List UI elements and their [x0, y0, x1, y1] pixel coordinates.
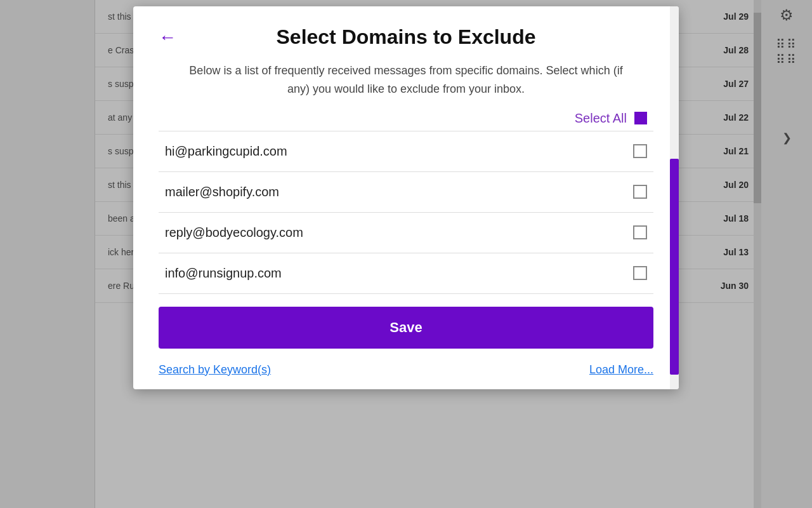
modal-subtitle: Below is a list of frequently received m… [133, 55, 679, 111]
domain-email-1: hi@parkingcupid.com [165, 144, 287, 159]
modal-footer: Search by Keyword(s) Load More... [133, 358, 679, 389]
domain-row-1: hi@parkingcupid.com [159, 131, 653, 172]
domain-row-3: reply@bodyecology.com [159, 213, 653, 253]
save-button-wrap: Save [133, 294, 679, 358]
back-button[interactable]: ← [159, 27, 176, 48]
modal-header: ← Select Domains to Exclude [133, 6, 679, 55]
load-more-link[interactable]: Load More... [589, 363, 653, 377]
modal-scrollbar-thumb [670, 159, 679, 375]
save-button[interactable]: Save [159, 307, 653, 349]
domain-email-3: reply@bodyecology.com [165, 225, 303, 240]
domain-list: hi@parkingcupid.com mailer@shopify.com r… [159, 131, 653, 294]
select-all-label[interactable]: Select All [575, 111, 627, 126]
domain-checkbox-3[interactable] [633, 225, 647, 239]
domain-row-4: info@runsignup.com [159, 253, 653, 294]
select-all-checkbox[interactable] [634, 112, 647, 124]
modal-overlay: ← Select Domains to Exclude Below is a l… [0, 0, 812, 508]
domain-checkbox-1[interactable] [633, 144, 647, 158]
modal-body: Select All hi@parkingcupid.com mailer@sh… [133, 111, 679, 294]
select-all-row: Select All [159, 111, 653, 126]
modal-dialog: ← Select Domains to Exclude Below is a l… [133, 6, 679, 389]
domain-checkbox-2[interactable] [633, 185, 647, 199]
domain-row-2: mailer@shopify.com [159, 172, 653, 213]
modal-scrollbar[interactable] [670, 6, 679, 389]
domain-checkbox-4[interactable] [633, 266, 647, 280]
search-by-keyword-link[interactable]: Search by Keyword(s) [159, 363, 271, 377]
modal-title: Select Domains to Exclude [276, 25, 535, 49]
domain-email-2: mailer@shopify.com [165, 185, 279, 199]
domain-email-4: info@runsignup.com [165, 266, 282, 281]
